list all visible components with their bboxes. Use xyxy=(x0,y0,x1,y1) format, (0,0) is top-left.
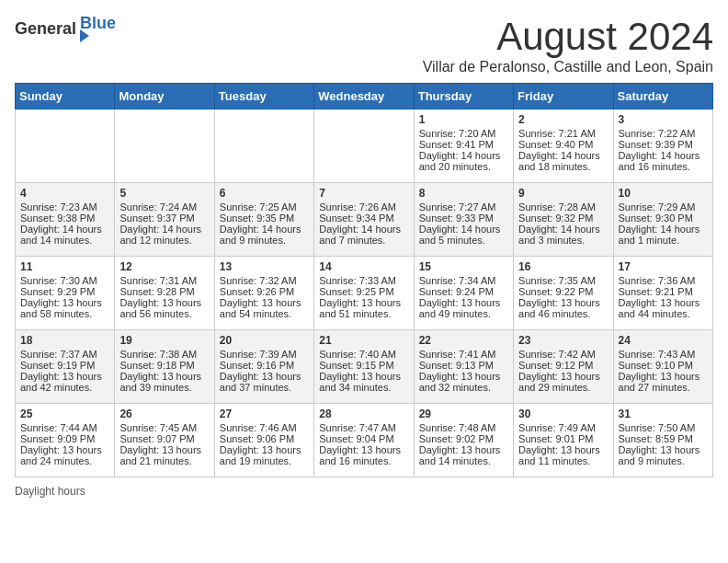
day-info: Sunset: 8:59 PM xyxy=(619,433,708,444)
day-info: Sunset: 9:01 PM xyxy=(518,433,608,444)
day-info: Sunset: 9:37 PM xyxy=(119,213,209,224)
calendar-week-5: 25Sunrise: 7:44 AMSunset: 9:09 PMDayligh… xyxy=(16,404,713,477)
calendar-cell: 12Sunrise: 7:31 AMSunset: 9:28 PMDayligh… xyxy=(115,257,214,330)
calendar-cell: 26Sunrise: 7:45 AMSunset: 9:07 PMDayligh… xyxy=(115,404,214,477)
day-number: 4 xyxy=(20,187,109,200)
calendar-cell: 19Sunrise: 7:38 AMSunset: 9:18 PMDayligh… xyxy=(115,330,214,404)
day-info: Sunset: 9:28 PM xyxy=(119,286,209,297)
day-info: Sunrise: 7:42 AM xyxy=(518,349,608,360)
day-info: Daylight: 13 hours and 16 minutes. xyxy=(319,444,408,466)
day-info: Sunrise: 7:44 AM xyxy=(20,422,109,433)
day-info: Sunrise: 7:32 AM xyxy=(220,275,309,286)
day-info: Sunset: 9:38 PM xyxy=(20,213,109,224)
day-number: 27 xyxy=(220,408,309,420)
day-info: Sunrise: 7:28 AM xyxy=(518,201,608,213)
day-number: 29 xyxy=(419,408,508,420)
day-info: Daylight: 13 hours and 42 minutes. xyxy=(20,371,109,393)
calendar-cell xyxy=(16,109,115,183)
day-info: Sunrise: 7:23 AM xyxy=(20,201,109,213)
day-number: 11 xyxy=(20,260,109,273)
day-info: Daylight: 13 hours and 29 minutes. xyxy=(518,371,608,393)
calendar-cell: 23Sunrise: 7:42 AMSunset: 9:12 PMDayligh… xyxy=(514,330,613,404)
day-info: Sunset: 9:12 PM xyxy=(518,360,608,371)
day-info: Sunrise: 7:30 AM xyxy=(20,275,109,286)
day-info: Sunrise: 7:38 AM xyxy=(119,349,209,360)
day-number: 25 xyxy=(20,408,109,420)
day-info: Sunrise: 7:33 AM xyxy=(319,275,408,286)
header-day-saturday: Saturday xyxy=(613,84,712,109)
day-info: Sunset: 9:35 PM xyxy=(220,213,309,224)
day-info: Sunrise: 7:49 AM xyxy=(518,422,608,433)
day-number: 15 xyxy=(419,260,508,273)
day-info: Daylight: 14 hours and 12 minutes. xyxy=(119,224,209,246)
day-number: 6 xyxy=(220,187,309,200)
day-number: 21 xyxy=(319,334,408,347)
day-info: Sunset: 9:21 PM xyxy=(619,286,708,297)
calendar-cell: 14Sunrise: 7:33 AMSunset: 9:25 PMDayligh… xyxy=(314,257,414,330)
month-title: August 2024 xyxy=(423,15,713,59)
calendar-cell: 28Sunrise: 7:47 AMSunset: 9:04 PMDayligh… xyxy=(314,404,414,477)
day-info: Daylight: 13 hours and 49 minutes. xyxy=(419,297,508,319)
day-info: Sunset: 9:41 PM xyxy=(419,139,508,150)
header-day-friday: Friday xyxy=(514,84,613,109)
day-info: Sunset: 9:32 PM xyxy=(518,213,608,224)
calendar-cell: 6Sunrise: 7:25 AMSunset: 9:35 PMDaylight… xyxy=(214,183,313,257)
day-info: Daylight: 13 hours and 32 minutes. xyxy=(419,371,508,393)
day-info: Daylight: 13 hours and 51 minutes. xyxy=(319,297,408,319)
day-info: Daylight: 13 hours and 34 minutes. xyxy=(319,371,408,393)
day-info: Daylight: 14 hours and 3 minutes. xyxy=(518,224,608,246)
day-info: Sunset: 9:18 PM xyxy=(119,360,209,371)
calendar-cell: 5Sunrise: 7:24 AMSunset: 9:37 PMDaylight… xyxy=(115,183,214,257)
calendar-cell xyxy=(115,109,214,183)
calendar-cell: 29Sunrise: 7:48 AMSunset: 9:02 PMDayligh… xyxy=(414,404,513,477)
day-info: Sunrise: 7:48 AM xyxy=(419,422,508,433)
calendar-cell: 20Sunrise: 7:39 AMSunset: 9:16 PMDayligh… xyxy=(214,330,313,404)
calendar-cell: 22Sunrise: 7:41 AMSunset: 9:13 PMDayligh… xyxy=(414,330,513,404)
day-info: Sunset: 9:09 PM xyxy=(20,433,109,444)
calendar-cell: 3Sunrise: 7:22 AMSunset: 9:39 PMDaylight… xyxy=(613,109,712,183)
day-info: Daylight: 13 hours and 27 minutes. xyxy=(619,371,708,393)
day-info: Sunrise: 7:47 AM xyxy=(319,422,408,433)
day-info: Sunset: 9:16 PM xyxy=(220,360,309,371)
day-info: Sunrise: 7:40 AM xyxy=(319,349,408,360)
calendar-cell: 30Sunrise: 7:49 AMSunset: 9:01 PMDayligh… xyxy=(514,404,613,477)
calendar-header-row: SundayMondayTuesdayWednesdayThursdayFrid… xyxy=(16,84,713,109)
header-day-monday: Monday xyxy=(115,84,214,109)
day-number: 14 xyxy=(319,260,408,273)
day-info: Sunrise: 7:20 AM xyxy=(419,128,508,139)
day-info: Daylight: 13 hours and 9 minutes. xyxy=(619,444,708,466)
calendar-cell: 1Sunrise: 7:20 AMSunset: 9:41 PMDaylight… xyxy=(414,109,513,183)
day-info: Daylight: 14 hours and 14 minutes. xyxy=(20,224,109,246)
day-number: 24 xyxy=(619,334,708,347)
day-number: 5 xyxy=(119,187,209,200)
day-info: Sunrise: 7:22 AM xyxy=(619,128,708,139)
calendar-cell xyxy=(314,109,414,183)
day-number: 12 xyxy=(119,260,209,273)
calendar-cell: 17Sunrise: 7:36 AMSunset: 9:21 PMDayligh… xyxy=(613,257,712,330)
header-day-sunday: Sunday xyxy=(16,84,115,109)
calendar-table: SundayMondayTuesdayWednesdayThursdayFrid… xyxy=(15,83,713,477)
day-info: Daylight: 13 hours and 37 minutes. xyxy=(220,371,309,393)
calendar-cell: 31Sunrise: 7:50 AMSunset: 8:59 PMDayligh… xyxy=(613,404,712,477)
day-number: 13 xyxy=(220,260,309,273)
day-info: Sunset: 9:34 PM xyxy=(319,213,408,224)
day-info: Sunset: 9:10 PM xyxy=(619,360,708,371)
calendar-cell: 27Sunrise: 7:46 AMSunset: 9:06 PMDayligh… xyxy=(214,404,313,477)
day-info: Sunset: 9:02 PM xyxy=(419,433,508,444)
day-info: Daylight: 14 hours and 9 minutes. xyxy=(220,224,309,246)
day-info: Sunrise: 7:46 AM xyxy=(220,422,309,433)
title-area: August 2024 Villar de Peralonso, Castill… xyxy=(423,15,713,75)
day-info: Daylight: 13 hours and 54 minutes. xyxy=(220,297,309,319)
day-info: Sunset: 9:39 PM xyxy=(619,139,708,150)
header-day-tuesday: Tuesday xyxy=(214,84,313,109)
day-info: Daylight: 14 hours and 18 minutes. xyxy=(518,150,608,172)
logo-general-text: General xyxy=(15,19,76,39)
day-number: 10 xyxy=(619,187,708,200)
logo-arrow-icon xyxy=(80,29,89,42)
day-info: Sunrise: 7:31 AM xyxy=(119,275,209,286)
day-info: Daylight: 13 hours and 19 minutes. xyxy=(220,444,309,466)
logo: General Blue xyxy=(15,15,116,42)
day-info: Sunrise: 7:24 AM xyxy=(119,201,209,213)
day-info: Sunrise: 7:34 AM xyxy=(419,275,508,286)
day-number: 22 xyxy=(419,334,508,347)
